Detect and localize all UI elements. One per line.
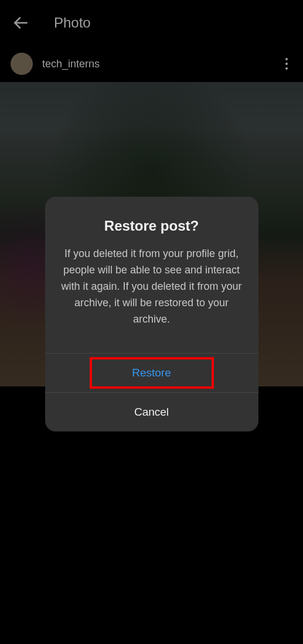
dialog-body: If you deleted it from your profile grid… [59, 246, 244, 327]
restore-button[interactable]: Restore [45, 354, 258, 392]
cancel-button[interactable]: Cancel [45, 393, 258, 431]
restore-dialog: Restore post? If you deleted it from you… [45, 197, 258, 431]
dialog-content: Restore post? If you deleted it from you… [45, 197, 258, 353]
modal-backdrop: Restore post? If you deleted it from you… [0, 0, 303, 644]
dialog-title: Restore post? [59, 218, 244, 234]
